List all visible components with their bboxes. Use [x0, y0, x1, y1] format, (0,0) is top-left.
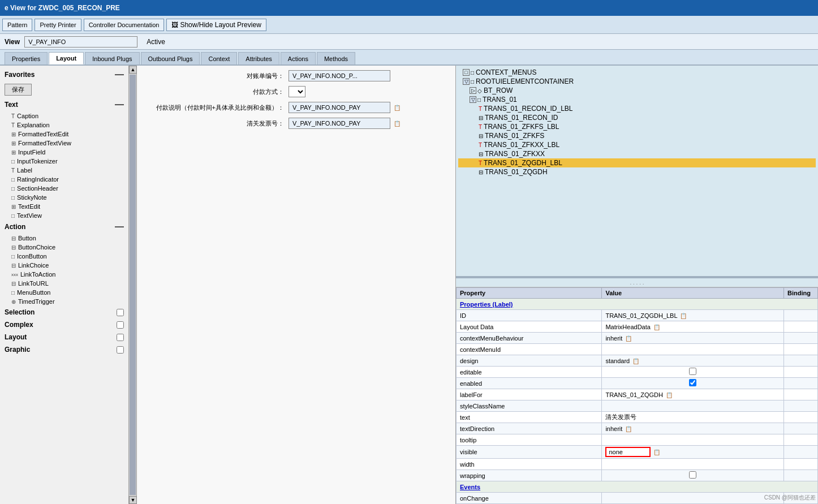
copy-icon[interactable]: 📋 — [653, 324, 660, 330]
expand-icon[interactable]: ▽ — [470, 96, 476, 103]
action-collapse[interactable]: — — [115, 222, 124, 231]
tree-node[interactable]: ⊟ TRANS_01_ZFKFS — [458, 131, 816, 140]
wrapping-checkbox[interactable] — [689, 471, 696, 479]
list-item[interactable]: □MenuButton — [0, 288, 128, 297]
list-item[interactable]: ⊕TimedTrigger — [0, 297, 128, 306]
prop-enabled-value — [602, 378, 784, 389]
tab-methods[interactable]: Methods — [317, 52, 355, 64]
node-label: TRANS_01_ZFKFS — [485, 132, 544, 140]
section-label[interactable]: Properties (Label) — [457, 299, 818, 310]
textedit-icon: ⊞ — [11, 204, 16, 210]
table-row: labelFor TRANS_01_ZQGDH 📋 — [457, 389, 818, 400]
tree-node[interactable]: ▷ ◇ BT_ROW — [458, 86, 816, 95]
tree-node[interactable]: ⊟ TRANS_01_ZFKXX — [458, 149, 816, 158]
list-item[interactable]: ⊞TextEdit — [0, 202, 128, 211]
table-row: ID TRANS_01_ZQGDH_LBL 📋 — [457, 310, 818, 321]
copy-icon[interactable]: 📋 — [666, 392, 673, 398]
tree-node[interactable]: T TRANS_01_RECON_ID_LBL — [458, 104, 816, 113]
favorites-collapse[interactable]: — — [115, 70, 124, 79]
list-item[interactable]: □IconButton — [0, 252, 128, 261]
list-item[interactable]: ⊟LinkChoice — [0, 261, 128, 270]
save-button[interactable]: 保存 — [5, 84, 32, 96]
list-item[interactable]: ⊞InputField — [0, 148, 128, 157]
copy-icon[interactable]: 📋 — [653, 449, 660, 455]
list-item[interactable]: xxxLinkToAction — [0, 270, 128, 279]
tree-node[interactable]: ⊟ TRANS_01_RECON_ID — [458, 113, 816, 122]
list-item[interactable]: □TextView — [0, 211, 128, 220]
expand-icon[interactable]: ▽ — [463, 78, 470, 85]
account-input[interactable] — [289, 70, 390, 81]
root-icon: □ — [471, 79, 474, 85]
list-item[interactable]: □SectionHeader — [0, 184, 128, 193]
scroll-up-arrow[interactable]: ▲ — [129, 66, 137, 74]
tab-inbound-plugs[interactable]: Inbound Plugs — [85, 52, 139, 64]
tree-node[interactable]: ▽ □ ROOTUIELEMENTCONTAINER — [458, 77, 816, 86]
show-hide-button[interactable]: 🖼 Show/Hide Layout Preview — [166, 19, 266, 31]
list-item[interactable]: TLabel — [0, 166, 128, 175]
tab-context[interactable]: Context — [201, 52, 237, 64]
tree-node[interactable]: ⊟ TRANS_01_ZQGDH — [458, 167, 816, 176]
tab-properties[interactable]: Properties — [5, 52, 48, 64]
linktourl-icon: ⊟ — [11, 281, 16, 287]
text-collapse[interactable]: — — [115, 100, 124, 109]
label-icon: T — [11, 167, 15, 174]
tree-node[interactable]: T TRANS_01_ZFKXX_LBL — [458, 140, 816, 149]
tree-node[interactable]: T TRANS_01_ZFKFS_LBL — [458, 122, 816, 131]
form-row-payment: 付款方式： — [141, 86, 451, 97]
tree-node[interactable]: ▽ □ TRANS_01 — [458, 95, 816, 104]
scroll-down-arrow[interactable]: ▼ — [129, 496, 137, 504]
list-item[interactable]: ⊟Button — [0, 234, 128, 243]
tree-node-highlighted[interactable]: T TRANS_01_ZQGDH_LBL — [458, 158, 816, 167]
controller-doc-button[interactable]: Controller Documentation — [84, 19, 165, 31]
copy-icon[interactable]: 📋 — [625, 426, 632, 432]
prop-editable-value — [602, 367, 784, 378]
tab-attributes[interactable]: Attributes — [238, 52, 279, 64]
complex-checkbox[interactable] — [117, 321, 124, 329]
prop-visible-value: 📋 — [602, 446, 784, 459]
events-section-label[interactable]: Events — [457, 481, 818, 493]
node-label: CONTEXT_MENUS — [476, 68, 536, 76]
col-property: Property — [457, 288, 602, 299]
copy-icon[interactable]: 📋 — [632, 358, 639, 364]
expand-icon[interactable]: ▷ — [470, 87, 476, 94]
pattern-button[interactable]: Pattern — [2, 19, 32, 31]
list-item[interactable]: ⊞FormattedTextEdit — [0, 130, 128, 139]
list-item[interactable]: TExplanation — [0, 120, 128, 130]
copy-icon-invoice[interactable]: 📋 — [394, 120, 401, 127]
list-item[interactable]: □InputTokenizer — [0, 157, 128, 166]
copy-icon[interactable]: 📋 — [680, 313, 687, 319]
description-input[interactable] — [289, 102, 390, 113]
layout-checkbox[interactable] — [117, 334, 124, 341]
copy-icon-desc[interactable]: 📋 — [394, 105, 401, 111]
list-item[interactable]: ⊟ButtonChoice — [0, 243, 128, 252]
list-item[interactable]: TCaption — [0, 111, 128, 120]
prop-tooltip-binding — [784, 434, 818, 446]
visible-input[interactable] — [605, 447, 651, 457]
graphic-checkbox[interactable] — [117, 346, 124, 354]
payment-select[interactable] — [289, 86, 305, 97]
tab-layout[interactable]: Layout — [49, 52, 84, 64]
tree-node[interactable]: □ □ CONTEXT_MENUS — [458, 68, 816, 77]
stickynote-icon: □ — [11, 195, 15, 201]
pretty-printer-button[interactable]: Pretty Printer — [35, 19, 81, 31]
invoice-input[interactable] — [289, 118, 390, 129]
tab-outbound-plugs[interactable]: Outbound Plugs — [141, 52, 200, 64]
list-item[interactable]: □StickyNote — [0, 193, 128, 202]
prop-onchange-label: onChange — [457, 493, 602, 504]
selection-checkbox[interactable] — [117, 309, 124, 316]
ratingindicator-icon: □ — [11, 176, 15, 183]
editable-checkbox[interactable] — [689, 368, 696, 375]
tab-actions[interactable]: Actions — [281, 52, 316, 64]
copy-icon[interactable]: 📋 — [625, 335, 632, 342]
prop-wrapping-value — [602, 470, 784, 481]
expand-icon[interactable]: □ — [463, 69, 470, 76]
timedtrigger-icon: ⊕ — [11, 299, 16, 305]
property-table: Property Value Binding Properties (Label… — [456, 287, 818, 504]
tree-panel: □ □ CONTEXT_MENUS ▽ □ ROOTUIELEMENTCONTA… — [456, 66, 818, 278]
view-value-input[interactable] — [24, 36, 137, 48]
list-item[interactable]: ⊞FormattedTextView — [0, 139, 128, 148]
list-item[interactable]: ⊟LinkToURL — [0, 279, 128, 288]
list-item[interactable]: □RatingIndicator — [0, 175, 128, 184]
account-label: 对账单编号： — [141, 72, 289, 80]
enabled-checkbox[interactable] — [689, 379, 696, 386]
